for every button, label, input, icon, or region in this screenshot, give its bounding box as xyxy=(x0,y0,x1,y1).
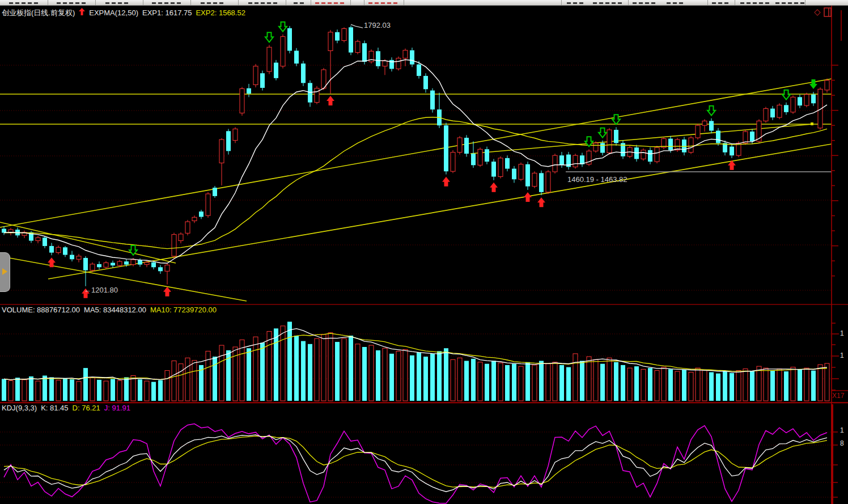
high-price-annotation: 1792.03 xyxy=(364,21,391,29)
kdj-axis-label-1: 1 xyxy=(840,426,844,434)
volume-value: VOLUME: 88876712.00 xyxy=(2,306,80,314)
kdj-k-value: K: 81.45 xyxy=(41,404,68,412)
exp2-value: EXP2: 1568.52 xyxy=(196,9,245,17)
volume-pane-header: VOLUME: 88876712.00 MA5: 83448312.00 MA1… xyxy=(2,306,217,314)
buy-signal-arrow xyxy=(490,183,498,192)
sidebar-expand-tab[interactable] xyxy=(0,252,10,292)
gap-range-annotation: 1460.19 - 1463.82 xyxy=(567,175,627,184)
sell-signal-arrow xyxy=(599,128,607,138)
kdj-axis-label-2: 8 xyxy=(840,439,844,447)
sell-signal-arrow xyxy=(707,106,715,116)
price-pane-header: 创业板指(日线.前复权) EXPMA(12,50) EXP1: 1617.75 … xyxy=(2,8,245,17)
kdj-j-value: J: 91.91 xyxy=(104,404,130,412)
sell-signal-arrow xyxy=(782,90,790,100)
up-arrow-icon xyxy=(79,8,85,17)
gridlines xyxy=(0,65,832,497)
buy-signal-arrow xyxy=(524,192,532,202)
volume-axis-unit: X17 xyxy=(832,392,844,400)
kdj-indicator-name: KDJ(9,3,3) xyxy=(2,404,37,412)
volume-axis-label-1: 1 xyxy=(840,329,844,337)
volume-ma10: MA10: 77239720.00 xyxy=(150,306,217,314)
kdj-pane-header: KDJ(9,3,3) K: 81.45 D: 76.21 J: 91.91 xyxy=(2,404,130,412)
expma-lines xyxy=(4,60,827,263)
expand-right-icon xyxy=(2,268,7,275)
signal-arrows xyxy=(48,22,817,298)
page-title: 创业板指(日线.前复权) xyxy=(2,9,75,17)
sell-signal-arrow xyxy=(279,22,287,32)
sell-signal-arrow xyxy=(612,115,620,124)
buy-signal-arrow xyxy=(442,177,450,187)
volume-ma5: MA5: 83448312.00 xyxy=(84,306,146,314)
window-restore-icon[interactable] xyxy=(824,7,833,19)
chart-canvas[interactable] xyxy=(0,0,848,504)
exp1-value: EXP1: 1617.75 xyxy=(142,9,192,17)
kdj-d-value: D: 76.21 xyxy=(73,404,100,412)
indicator-name: EXPMA(12,50) xyxy=(89,9,138,17)
volume-bars xyxy=(2,321,829,401)
sell-signal-arrow xyxy=(809,79,817,89)
sell-signal-arrow xyxy=(265,32,273,42)
buy-signal-arrow xyxy=(163,287,171,297)
diamond-tool-icon[interactable]: ◇ xyxy=(814,7,821,17)
buy-signal-arrow xyxy=(537,197,545,207)
trading-app-window: 创业板指(日线.前复权) EXPMA(12,50) EXP1: 1617.75 … xyxy=(0,0,848,504)
volume-axis-label-2: 1 xyxy=(840,351,844,359)
kdj-lines xyxy=(4,424,827,503)
low-price-annotation: ←1201.80 xyxy=(84,286,118,294)
high-label-connector xyxy=(351,24,363,28)
buy-signal-arrow xyxy=(327,96,334,105)
trend-lines xyxy=(0,79,832,301)
